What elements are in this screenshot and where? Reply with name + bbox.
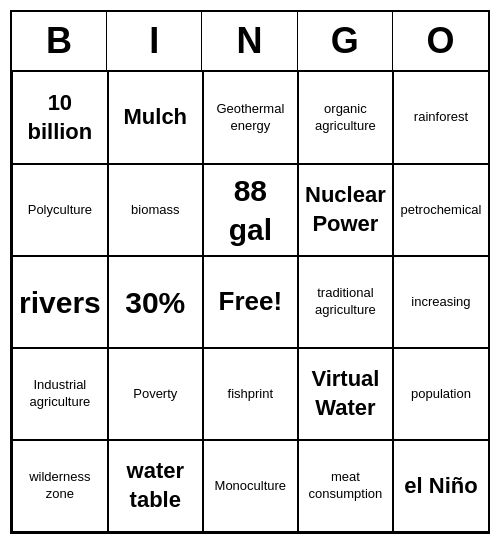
cell-text-17: fishprint — [228, 386, 274, 403]
bingo-cell-8[interactable]: Nuclear Power — [298, 164, 393, 256]
bingo-cell-15[interactable]: Industrial agriculture — [12, 348, 108, 440]
bingo-cell-23[interactable]: meat consumption — [298, 440, 393, 532]
cell-text-5: Polyculture — [28, 202, 92, 219]
cell-text-20: wilderness zone — [19, 469, 101, 503]
header-n: N — [202, 12, 297, 70]
bingo-cell-9[interactable]: petrochemical — [393, 164, 488, 256]
bingo-grid: 10 billionMulchGeothermal energyorganic … — [12, 72, 488, 532]
cell-text-2: Geothermal energy — [210, 101, 291, 135]
cell-text-16: Poverty — [133, 386, 177, 403]
header-b: B — [12, 12, 107, 70]
bingo-cell-21[interactable]: water table — [108, 440, 203, 532]
bingo-cell-1[interactable]: Mulch — [108, 72, 203, 164]
bingo-cell-3[interactable]: organic agriculture — [298, 72, 393, 164]
cell-text-14: increasing — [411, 294, 470, 311]
bingo-cell-14[interactable]: increasing — [393, 256, 488, 348]
bingo-cell-22[interactable]: Monoculture — [203, 440, 298, 532]
bingo-cell-19[interactable]: population — [393, 348, 488, 440]
cell-text-18: Virtual Water — [305, 365, 386, 422]
bingo-cell-20[interactable]: wilderness zone — [12, 440, 108, 532]
cell-text-4: rainforest — [414, 109, 468, 126]
bingo-card: B I N G O 10 billionMulchGeothermal ener… — [10, 10, 490, 534]
bingo-header: B I N G O — [12, 12, 488, 72]
bingo-cell-2[interactable]: Geothermal energy — [203, 72, 298, 164]
cell-text-8: Nuclear Power — [305, 181, 386, 238]
header-i: I — [107, 12, 202, 70]
bingo-cell-5[interactable]: Polyculture — [12, 164, 108, 256]
cell-text-19: population — [411, 386, 471, 403]
bingo-cell-10[interactable]: rivers — [12, 256, 108, 348]
cell-text-12: Free! — [219, 285, 283, 319]
bingo-cell-16[interactable]: Poverty — [108, 348, 203, 440]
cell-text-21: water table — [115, 457, 196, 514]
bingo-cell-17[interactable]: fishprint — [203, 348, 298, 440]
header-g: G — [298, 12, 393, 70]
bingo-cell-7[interactable]: 88 gal — [203, 164, 298, 256]
cell-text-15: Industrial agriculture — [19, 377, 101, 411]
bingo-cell-11[interactable]: 30% — [108, 256, 203, 348]
cell-text-7: 88 gal — [210, 171, 291, 249]
cell-text-23: meat consumption — [305, 469, 386, 503]
cell-text-1: Mulch — [124, 103, 188, 132]
bingo-cell-13[interactable]: traditional agriculture — [298, 256, 393, 348]
bingo-cell-24[interactable]: el Niño — [393, 440, 488, 532]
bingo-cell-0[interactable]: 10 billion — [12, 72, 108, 164]
bingo-cell-6[interactable]: biomass — [108, 164, 203, 256]
cell-text-0: 10 billion — [19, 89, 101, 146]
cell-text-6: biomass — [131, 202, 179, 219]
bingo-cell-12[interactable]: Free! — [203, 256, 298, 348]
cell-text-22: Monoculture — [215, 478, 287, 495]
header-o: O — [393, 12, 488, 70]
cell-text-10: rivers — [19, 283, 101, 322]
cell-text-3: organic agriculture — [305, 101, 386, 135]
bingo-cell-4[interactable]: rainforest — [393, 72, 488, 164]
cell-text-24: el Niño — [404, 472, 477, 501]
cell-text-13: traditional agriculture — [305, 285, 386, 319]
cell-text-11: 30% — [125, 283, 185, 322]
bingo-cell-18[interactable]: Virtual Water — [298, 348, 393, 440]
cell-text-9: petrochemical — [401, 202, 482, 219]
